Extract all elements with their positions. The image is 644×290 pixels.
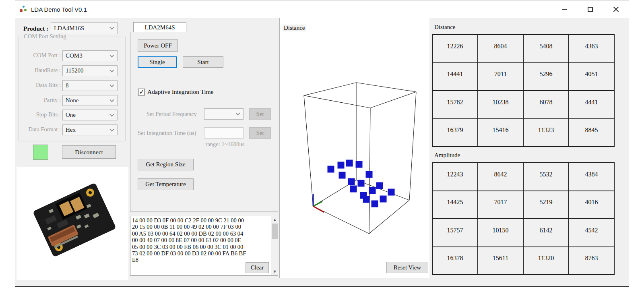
power-off-button[interactable]: Power OFF: [138, 39, 178, 52]
scatter-point: [356, 161, 363, 168]
scrollbar-thumb[interactable]: [272, 224, 278, 239]
chevron-down-icon: [109, 68, 114, 72]
com-field-row: Stop Bits :One: [19, 110, 125, 120]
chevron-down-icon: [109, 53, 114, 57]
table-cell: 8604: [478, 35, 523, 62]
hex-log-panel: 14 00 00 D3 0F 00 00 C2 2F 00 00 9C 21 0…: [130, 216, 278, 276]
table-cell: 4016: [569, 191, 614, 219]
set-period-button[interactable]: Set: [249, 108, 271, 120]
chevron-down-icon: [109, 112, 114, 116]
com-field-value: COM3: [66, 52, 83, 59]
table-cell: 5408: [524, 35, 568, 62]
table-cell: 10238: [478, 91, 523, 118]
get-temperature-button[interactable]: Get Temperature: [138, 178, 194, 190]
table-cell: 4542: [569, 219, 614, 246]
table-cell: 12226: [433, 35, 477, 62]
chevron-down-icon: [109, 83, 114, 87]
close-icon: [613, 6, 619, 12]
client-area: Product : LDA4M16S COM Port Setting COM …: [15, 18, 629, 286]
scatter-point: [328, 166, 334, 173]
table-cell: 7011: [478, 63, 523, 91]
distance-table: 1222686045408436314441701152964051157821…: [432, 34, 615, 147]
close-button[interactable]: [603, 0, 629, 18]
table-cell: 6142: [524, 219, 568, 246]
scatter-point: [346, 160, 353, 167]
scroll-down-icon[interactable]: ▼: [271, 268, 278, 275]
scroll-up-icon[interactable]: ▲: [271, 216, 278, 223]
product-photo: [17, 167, 128, 280]
com-field-row: Data Bits :8: [19, 80, 125, 91]
com-port-group: COM Port Setting COM Port :COM3BaudRate …: [19, 37, 126, 141]
com-field-label: COM Port :: [33, 52, 61, 59]
com-field-label: BaudRate :: [35, 67, 61, 74]
adaptive-integration-checkbox[interactable]: [138, 89, 145, 95]
com-field-select[interactable]: 115200: [62, 65, 118, 76]
tab-lda2m64s[interactable]: LDA2M64S: [133, 22, 186, 32]
scatter-point: [369, 187, 376, 194]
plot-title: Distance: [283, 25, 306, 31]
range-note: range: 1~1600us: [195, 141, 255, 148]
com-field-select[interactable]: Hex: [62, 124, 118, 135]
table-cell: 11323: [524, 119, 568, 147]
table-cell: 12243: [433, 163, 477, 191]
minimize-button[interactable]: [551, 0, 577, 18]
start-button[interactable]: Start: [183, 56, 223, 68]
product-image-panel: [17, 167, 128, 280]
com-field-row: COM Port :COM3: [19, 50, 125, 61]
clear-log-button[interactable]: Clear: [246, 262, 269, 273]
reset-view-button[interactable]: Reset View: [386, 262, 428, 273]
com-field-select[interactable]: 8: [62, 80, 118, 91]
single-button[interactable]: Single: [138, 56, 177, 68]
com-field-value: Hex: [66, 126, 76, 133]
table-cell: 15782: [433, 91, 477, 118]
3d-plot-canvas[interactable]: [280, 18, 430, 278]
app-window: LDA Demo Tool V0.1 Product : LDA4M16S CO…: [15, 0, 629, 287]
chevron-down-icon: [235, 111, 240, 115]
maximize-button[interactable]: [577, 0, 603, 18]
table-cell: 15611: [478, 247, 523, 275]
com-field-select[interactable]: One: [62, 110, 118, 120]
com-field-select[interactable]: None: [62, 95, 118, 106]
scatter-point: [372, 201, 378, 207]
com-field-row: Data Format :Hex: [19, 124, 125, 135]
log-scrollbar[interactable]: ▲ ▼: [271, 216, 278, 275]
table-cell: 5219: [524, 191, 568, 219]
scatter-points: [328, 160, 395, 207]
com-field-label: Data Bits :: [36, 82, 61, 89]
product-select[interactable]: LDA4M16S: [51, 22, 118, 34]
axis-triad: [313, 194, 324, 212]
com-field-label: Data Format :: [28, 126, 61, 133]
com-field-select[interactable]: COM3: [62, 50, 118, 61]
table-cell: 8642: [478, 163, 523, 191]
table-cell: 15416: [478, 119, 523, 147]
com-field-value: 8: [66, 82, 69, 89]
scatter-point: [380, 196, 387, 203]
tab-page: Power OFF Single Start Adaptive Integrat…: [130, 32, 278, 211]
get-region-size-button[interactable]: Get Region Size: [138, 159, 194, 170]
table-cell: 7017: [478, 191, 523, 219]
scatter-point: [358, 180, 365, 187]
set-integration-button[interactable]: Set: [249, 127, 271, 139]
disconnect-button[interactable]: Disconnect: [62, 145, 116, 159]
com-group-title: COM Port Setting: [22, 33, 68, 40]
table-cell: 14425: [433, 191, 477, 219]
com-field-value: None: [66, 97, 79, 104]
adaptive-integration-label: Adaptive Integration Time: [147, 88, 213, 95]
distance-plot-panel: Distance: [279, 18, 429, 278]
scatter-point: [366, 171, 373, 178]
scatter-point: [376, 182, 383, 189]
scatter-point: [339, 172, 346, 179]
table-cell: 5296: [524, 63, 568, 91]
scatter-point: [338, 162, 345, 169]
chevron-down-icon: [109, 97, 114, 102]
table-cell: 8763: [569, 247, 614, 275]
scatter-point: [348, 178, 355, 185]
table-cell: 5532: [524, 163, 568, 191]
com-field-label: Parity :: [44, 97, 61, 104]
distance-table-title: Distance: [434, 24, 455, 31]
scatter-point: [350, 186, 357, 193]
integration-time-input[interactable]: [204, 127, 244, 139]
chevron-down-icon: [109, 127, 114, 131]
com-field-row: BaudRate :115200: [19, 65, 125, 76]
period-frequency-select[interactable]: [204, 108, 244, 120]
